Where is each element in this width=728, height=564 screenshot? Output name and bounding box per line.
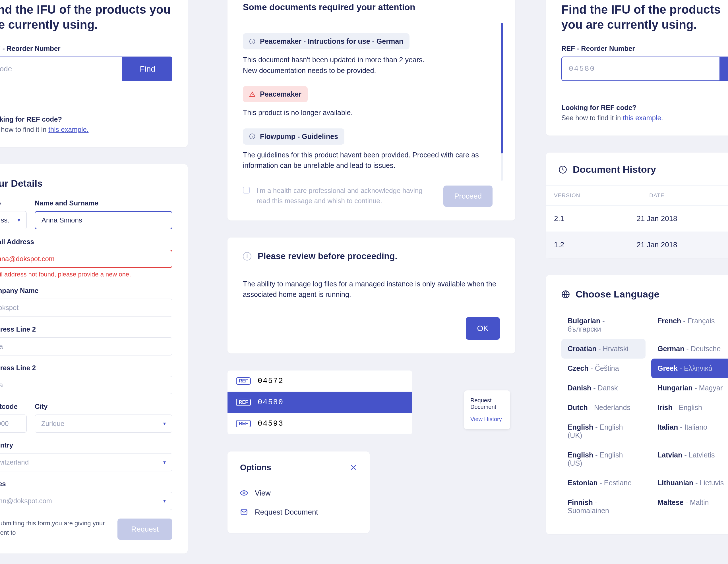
language-item-english[interactable]: English - English (US) [561,445,646,473]
find-button-right[interactable] [719,57,728,81]
language-item-hungarian[interactable]: Hungarian - Magyar [651,378,728,398]
ctx-history[interactable]: View History [464,413,510,425]
lang-name: English [568,451,593,459]
language-item-latvian[interactable]: Latvian - Latvietis [651,445,728,473]
history-row-1[interactable]: 1.2 21 Jan 2018 n/a [546,232,728,258]
name-input[interactable] [35,211,172,229]
lang-name: Irish [657,403,673,411]
notes-value: john@dokspot.com [0,497,52,505]
lang-native: - Ελληνικά [678,364,713,372]
details-card: Your Details Title Miss. ▾ Name and Surn… [0,164,188,553]
lang-name: German [657,345,684,352]
email-input[interactable] [0,250,172,268]
attention-title: Some documents required your attention [243,2,493,13]
ref-item-1[interactable]: REF 04580 [227,392,412,413]
ctx-request[interactable]: Request Document [464,394,510,413]
language-item-bulgarian[interactable]: Bulgarian - български [561,311,646,339]
title-select[interactable]: Miss. ▾ [0,211,27,229]
review-body: The ability to manage log files for a ma… [243,270,500,300]
doc-msg-2: This product is no longer available. [243,107,493,118]
city-label: City [35,403,172,410]
language-title: Choose Language [576,289,659,300]
info-icon [249,133,255,140]
lang-name: Estonian [568,479,598,487]
eye-icon [240,489,248,497]
doc-msg-3: The guidelines for this product havent b… [243,150,493,171]
find-heading-right: Find the IFU of the products you are cur… [561,2,728,32]
language-item-estonian[interactable]: Estonian - Eestlane [561,473,646,493]
ack-text: I'm a health care professional and ackno… [257,186,437,206]
option-request-label: Request Document [255,508,318,517]
ref-input-right[interactable] [561,57,719,81]
language-item-french[interactable]: French - Français [651,311,728,339]
lang-name: Finnish [568,498,593,506]
hint-pre: See how to find it in [0,126,48,133]
addr2b-label: Address Line 2 [0,364,172,372]
option-view[interactable]: View [240,484,357,503]
company-input[interactable] [0,298,172,317]
lang-native: - Latvietis [683,451,715,459]
language-item-lithuanian[interactable]: Lithuanian - Lietuvis [651,473,728,493]
addr2a-input[interactable] [0,337,172,355]
language-item-italian[interactable]: Italian - Italiano [651,417,728,445]
review-card: i Please review before proceeding. The a… [227,238,515,353]
country-select[interactable]: Switzerland ▾ [0,453,172,471]
find-card-left: Find the IFU of the products you are cur… [0,0,188,147]
scrollbar-thumb[interactable] [501,23,503,154]
col-date: DATE [605,192,709,199]
language-item-czech[interactable]: Czech - Čeština [561,358,646,378]
find-button[interactable]: Find [123,57,172,81]
ref-item-0[interactable]: REF 04572 [227,370,412,392]
addr2b-input[interactable] [0,376,172,394]
doc-msg-1: This document hasn't been updated in mor… [243,55,493,76]
language-item-croatian[interactable]: Croatian - Hrvatski [561,339,646,358]
doc-tag-2-label: Peacemaker [260,90,301,98]
example-link-right[interactable]: this example. [623,114,663,122]
country-label: Country [0,441,172,449]
option-request[interactable]: Request Document [240,503,357,522]
hist-v-1: 1.2 [554,241,605,249]
language-item-danish[interactable]: Danish - Dansk [561,378,646,398]
doc-tag-3: Flowpump - Guidelines [243,129,344,145]
proceed-button[interactable]: Proceed [443,186,493,207]
postcode-input[interactable] [0,414,27,433]
history-row-0[interactable]: 2.1 21 Jan 2018 n/a [546,206,728,232]
mail-icon [240,508,248,516]
find-heading: Find the IFU of the products you are cur… [0,2,172,32]
language-item-irish[interactable]: Irish - English [651,398,728,417]
lang-name: French [657,317,681,325]
ref-code-2: 04593 [258,419,284,428]
language-item-finnish[interactable]: Finnish - Suomalainen [561,493,646,521]
ok-button[interactable]: OK [466,317,500,340]
city-select[interactable]: Zurique ▾ [35,414,172,433]
language-item-german[interactable]: German - Deutsche [651,339,728,358]
close-icon[interactable] [350,464,357,471]
language-item-maltese[interactable]: Maltese - Maltin [651,493,728,521]
consent-row: By submitting this form,you are giving y… [0,519,172,540]
lang-name: English [568,423,593,431]
ref-item-2[interactable]: REF 04593 [227,413,412,434]
example-link[interactable]: this example. [48,126,88,133]
ref-label-right: REF - Reorder Number [561,45,728,53]
history-table: VERSION DATE LOT 2.1 21 Jan 2018 n/a 1.2… [546,185,728,258]
history-table-head: VERSION DATE LOT [546,186,728,206]
lang-native: - Magyar [693,384,723,392]
language-item-greek[interactable]: Greek - Ελληνικά [651,358,728,378]
hint-title-right: Looking for REF code? [561,104,728,112]
hint-text: See how to find it in this example. [0,126,172,134]
search-row-right [561,57,728,81]
name-label: Name and Surname [35,199,172,207]
language-item-dutch[interactable]: Dutch - Nederlands [561,398,646,417]
request-button[interactable]: Request [117,519,172,540]
notes-select[interactable]: john@dokspot.com ▾ [0,492,172,510]
language-item-english[interactable]: English - English (UK) [561,417,646,445]
lang-name: Dutch [568,403,588,411]
svg-point-10 [243,492,245,494]
ref-input[interactable] [0,57,123,81]
col-lot: LOT [709,192,728,199]
ack-checkbox[interactable] [243,187,250,194]
country-value: Switzerland [0,458,29,466]
chevron-down-icon: ▾ [163,459,166,465]
attention-card: Some documents required your attention P… [227,0,515,221]
hint-pre-right: See how to find it in [561,114,623,122]
